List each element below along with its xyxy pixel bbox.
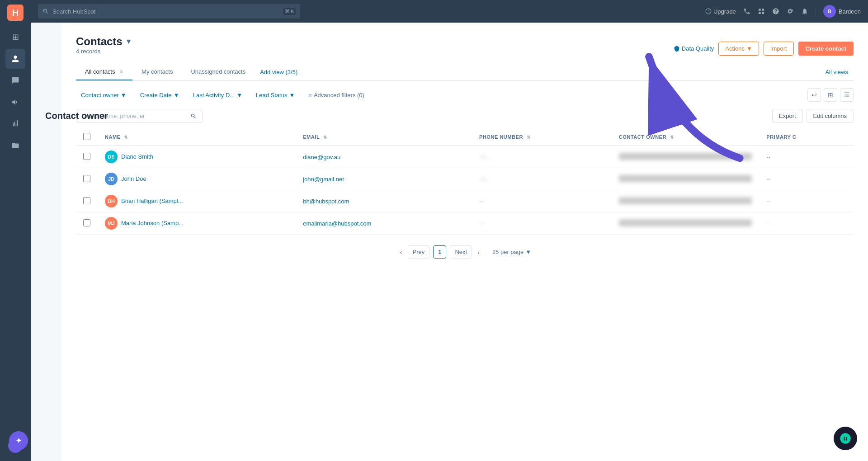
create-contact-btn[interactable]: Create contact [798,42,854,56]
last-activity-filter[interactable]: Last Activity D... ▼ [188,89,247,101]
tab-add-view[interactable]: Add view (3/5) [255,64,303,80]
table-action-btns: Export Edit columns [772,109,854,123]
primary-dash: -- [766,154,770,160]
undo-btn[interactable]: ↩ [807,88,821,102]
sidebar-item-conversations[interactable] [5,71,25,90]
contact-name-cell: MJMaria Johnson (Samp... [98,212,296,235]
search-bar[interactable]: ⌘K [38,4,300,19]
phone-btn[interactable] [743,8,750,15]
th-owner: CONTACT OWNER ⇅ [612,128,760,146]
contact-phone-cell: +1... [472,168,612,190]
page-title-dropdown[interactable]: ▼ [125,38,132,46]
contact-phone-cell: +1... [472,146,612,168]
primary-dash: -- [766,176,770,183]
help-btn[interactable] [772,8,779,15]
contact-name[interactable]: John Doe [121,175,146,182]
owner-blurred [619,175,752,182]
sidebar-item-dashboard[interactable]: ⊞ [5,27,25,47]
actions-btn[interactable]: Actions ▼ [718,42,759,56]
contact-email[interactable]: diane@gov.au [303,154,340,160]
contact-owner-cell [612,146,760,168]
th-email: EMAIL ⇅ [296,128,472,146]
contact-owner-filter[interactable]: Contact owner ▼ [76,89,132,101]
tab-close-all[interactable]: ✕ [119,69,123,75]
prev-page-arrow[interactable]: ‹ [398,247,404,258]
user-name: Bardeen [839,8,861,15]
row-2-checkbox[interactable] [83,175,90,182]
th-name: NAME ⇅ [98,128,296,146]
contact-email[interactable]: emailmaria@hubspot.com [303,220,371,227]
row-4-checkbox[interactable] [83,219,90,226]
primary-dash: -- [766,198,770,205]
contact-avatar: MJ [105,217,118,230]
contact-name-cell: JDJohn Doe [98,168,296,190]
data-quality-btn[interactable]: Data Quality [674,45,714,52]
sidebar-item-reports[interactable] [5,114,25,134]
per-page-selector[interactable]: 25 per page ▼ [492,249,531,255]
phone-number: +1... [479,176,491,183]
grid-view-btn[interactable]: ⊞ [824,88,837,102]
import-btn[interactable]: Import [764,42,794,56]
svg-point-4 [847,437,849,439]
prev-page-btn[interactable]: Prev [408,245,430,259]
contact-name-cell: BHBrian Halligan (Sampl... [98,190,296,212]
nav-divider [816,6,816,17]
page-title-wrap: Contacts ▼ 4 records [76,35,132,62]
contact-email[interactable]: john@gmail.net [303,176,344,183]
table-search-wrap[interactable] [76,109,203,123]
search-input[interactable] [52,8,279,15]
contact-name[interactable]: Diane Smith [121,153,153,160]
next-page-btn[interactable]: Next [450,245,472,259]
export-btn[interactable]: Export [772,109,803,123]
tab-unassigned-contacts[interactable]: Unassigned contacts [182,64,255,80]
owner-blurred [619,153,752,160]
contact-name-cell: DSDiane Smith [98,146,296,168]
tab-all-contacts[interactable]: All contacts ✕ [76,64,132,80]
chatbot-btn[interactable] [834,427,857,450]
edit-columns-btn[interactable]: Edit columns [807,109,854,123]
contact-owner-cell [612,190,760,212]
notifications-btn[interactable] [801,8,808,15]
row-3-checkbox[interactable] [83,197,90,204]
lead-status-filter[interactable]: Lead Status ▼ [251,89,300,101]
contact-email[interactable]: bh@hubspot.com [303,198,349,205]
next-page-arrow[interactable]: › [476,247,481,258]
sidebar: H ⊞ ★ [0,0,31,461]
table-row: JDJohn Doejohn@gmail.net+1...-- [76,168,854,190]
app-logo[interactable]: H [7,5,24,21]
view-tabs: All contacts ✕ My contacts Unassigned co… [76,64,854,81]
contact-name[interactable]: Maria Johnson (Samp... [121,220,184,226]
select-all-checkbox[interactable] [83,133,90,140]
table-body: DSDiane Smithdiane@gov.au+1...--JDJohn D… [76,146,854,235]
contact-name[interactable]: Brian Halligan (Sampl... [121,198,183,204]
page-1-btn[interactable]: 1 [433,245,446,259]
sidebar-item-contacts[interactable] [5,49,25,69]
topnav: ⌘K ↑ Upgrade B Bardeen [31,0,868,23]
tab-all-views[interactable]: All views [820,64,854,80]
main-content: Contacts ▼ 4 records Data Quality Action… [61,23,868,461]
sidebar-item-marketing[interactable] [5,92,25,112]
email-sort[interactable]: ⇅ [323,135,327,140]
upgrade-btn[interactable]: ↑ Upgrade [705,8,736,15]
row-checkbox-cell [76,146,98,168]
row-1-checkbox[interactable] [83,153,90,160]
th-phone: PHONE NUMBER ⇅ [472,128,612,146]
bardeen-btn[interactable]: ✦ [9,431,28,450]
grid-btn[interactable] [758,8,765,15]
sidebar-item-library[interactable] [5,136,25,155]
table-controls: Export Edit columns [76,109,854,123]
name-sort[interactable]: ⇅ [124,135,128,140]
contacts-table: NAME ⇅ EMAIL ⇅ PHONE NUMBER ⇅ CONTACT OW… [76,128,854,235]
page-title: Contacts ▼ [76,35,132,48]
user-menu[interactable]: B Bardeen [823,5,861,18]
list-view-btn[interactable]: ☰ [840,88,854,102]
contact-phone-cell: -- [472,190,612,212]
create-date-filter[interactable]: Create Date ▼ [135,89,184,101]
phone-sort[interactable]: ⇅ [527,135,531,140]
tab-my-contacts[interactable]: My contacts [132,64,182,80]
advanced-filters-btn[interactable]: ≡ Advanced filters (0) [303,89,369,101]
owner-sort[interactable]: ⇅ [670,135,674,140]
contact-owner-cell [612,212,760,235]
settings-btn[interactable] [787,8,794,15]
table-search-input[interactable] [82,113,187,119]
